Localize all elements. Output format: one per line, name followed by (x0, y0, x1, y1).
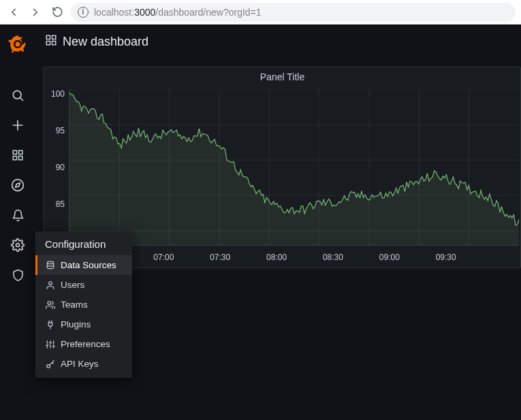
svg-rect-5 (19, 150, 22, 154)
flyout-item-label: Users (61, 280, 84, 290)
svg-line-1 (20, 98, 23, 101)
svg-rect-4 (13, 150, 16, 154)
key-icon (45, 359, 55, 369)
svg-point-13 (47, 301, 50, 304)
server-admin-icon[interactable] (0, 260, 35, 290)
plug-icon (45, 319, 55, 329)
flyout-title: Configuration (35, 231, 132, 255)
dashboards-icon[interactable] (0, 140, 35, 170)
browser-reload-button[interactable] (49, 4, 65, 20)
configuration-flyout: Configuration Data Sources Users Teams P… (35, 231, 132, 378)
svg-point-8 (12, 180, 24, 191)
database-icon (45, 260, 55, 270)
page-header: New dashboard (35, 25, 521, 59)
svg-rect-6 (19, 157, 22, 160)
browser-back-button[interactable] (5, 4, 22, 20)
flyout-item-api-keys[interactable]: API Keys (35, 354, 132, 374)
svg-point-12 (48, 281, 52, 285)
alerting-icon[interactable] (0, 200, 35, 230)
user-icon (45, 280, 55, 290)
url-text: localhost:3000/dashboard/new?orgId=1 (94, 7, 262, 18)
browser-forward-button[interactable] (27, 4, 44, 20)
svg-rect-25 (52, 35, 56, 39)
flyout-item-label: API Keys (61, 359, 99, 369)
flyout-item-label: Teams (61, 300, 88, 310)
svg-point-11 (47, 261, 53, 264)
configuration-icon[interactable] (0, 230, 35, 260)
search-icon[interactable] (0, 80, 35, 110)
grafana-logo-icon[interactable] (8, 34, 27, 53)
browser-toolbar: i localhost:3000/dashboard/new?orgId=1 (0, 0, 521, 25)
flyout-item-label: Preferences (61, 339, 110, 349)
svg-rect-7 (13, 157, 16, 160)
y-axis: 10095908580 (48, 89, 69, 246)
flyout-item-label: Plugins (61, 319, 91, 329)
flyout-item-teams[interactable]: Teams (35, 295, 132, 314)
svg-rect-26 (52, 41, 56, 44)
panel-title: Panel Title (44, 71, 520, 86)
app-sidebar (0, 25, 35, 420)
flyout-item-preferences[interactable]: Preferences (35, 334, 132, 354)
explore-icon[interactable] (0, 170, 35, 200)
svg-rect-24 (46, 35, 50, 39)
site-info-icon[interactable]: i (78, 7, 89, 18)
users-icon (45, 300, 55, 310)
flyout-item-data-sources[interactable]: Data Sources (35, 255, 132, 275)
svg-marker-9 (16, 183, 20, 188)
sliders-icon (45, 339, 55, 349)
svg-point-10 (16, 244, 20, 247)
svg-rect-27 (46, 41, 50, 44)
flyout-item-users[interactable]: Users (35, 275, 132, 295)
create-icon[interactable] (0, 110, 35, 140)
flyout-item-plugins[interactable]: Plugins (35, 314, 132, 334)
chart-plot (69, 89, 519, 246)
flyout-item-label: Data Sources (61, 260, 116, 270)
browser-address-bar[interactable]: i localhost:3000/dashboard/new?orgId=1 (71, 3, 516, 22)
dashboard-grid-icon (45, 34, 57, 50)
page-title: New dashboard (63, 35, 148, 49)
